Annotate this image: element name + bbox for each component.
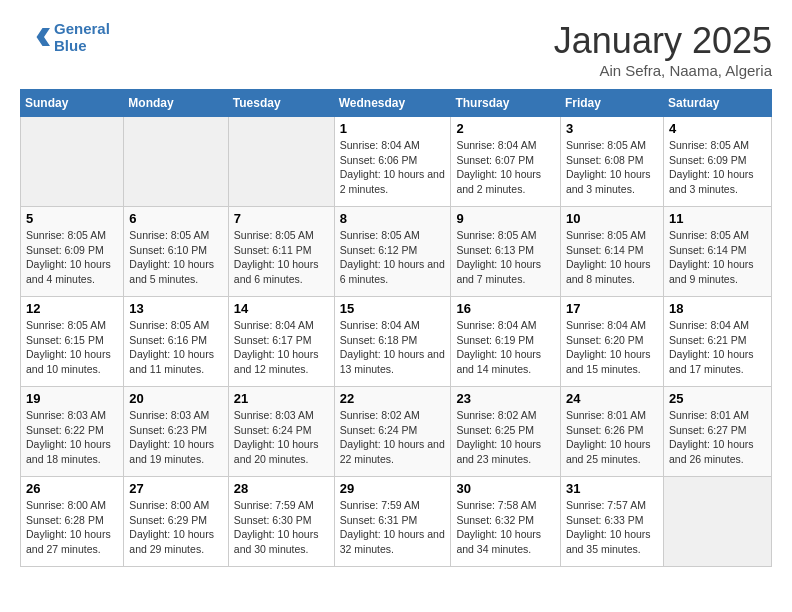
day-number: 14 — [234, 301, 329, 316]
day-number: 27 — [129, 481, 222, 496]
calendar-week-row: 19Sunrise: 8:03 AMSunset: 6:22 PMDayligh… — [21, 387, 772, 477]
calendar-week-row: 5Sunrise: 8:05 AMSunset: 6:09 PMDaylight… — [21, 207, 772, 297]
day-number: 7 — [234, 211, 329, 226]
calendar-cell: 17Sunrise: 8:04 AMSunset: 6:20 PMDayligh… — [560, 297, 663, 387]
day-number: 18 — [669, 301, 766, 316]
calendar-cell — [21, 117, 124, 207]
day-number: 28 — [234, 481, 329, 496]
day-number: 15 — [340, 301, 446, 316]
calendar-week-row: 26Sunrise: 8:00 AMSunset: 6:28 PMDayligh… — [21, 477, 772, 567]
day-info: Sunrise: 8:02 AMSunset: 6:24 PMDaylight:… — [340, 408, 446, 467]
day-number: 11 — [669, 211, 766, 226]
day-number: 8 — [340, 211, 446, 226]
day-info: Sunrise: 8:04 AMSunset: 6:20 PMDaylight:… — [566, 318, 658, 377]
day-info: Sunrise: 8:05 AMSunset: 6:14 PMDaylight:… — [566, 228, 658, 287]
day-number: 26 — [26, 481, 118, 496]
month-title: January 2025 — [554, 20, 772, 62]
day-info: Sunrise: 7:59 AMSunset: 6:31 PMDaylight:… — [340, 498, 446, 557]
calendar-week-row: 1Sunrise: 8:04 AMSunset: 6:06 PMDaylight… — [21, 117, 772, 207]
day-info: Sunrise: 8:04 AMSunset: 6:21 PMDaylight:… — [669, 318, 766, 377]
day-number: 16 — [456, 301, 555, 316]
day-info: Sunrise: 8:04 AMSunset: 6:06 PMDaylight:… — [340, 138, 446, 197]
day-number: 22 — [340, 391, 446, 406]
svg-rect-0 — [20, 22, 50, 52]
day-number: 4 — [669, 121, 766, 136]
calendar-cell: 31Sunrise: 7:57 AMSunset: 6:33 PMDayligh… — [560, 477, 663, 567]
calendar-cell: 5Sunrise: 8:05 AMSunset: 6:09 PMDaylight… — [21, 207, 124, 297]
svg-marker-1 — [37, 28, 51, 46]
weekday-header-wednesday: Wednesday — [334, 90, 451, 117]
day-number: 20 — [129, 391, 222, 406]
day-number: 12 — [26, 301, 118, 316]
day-info: Sunrise: 8:03 AMSunset: 6:24 PMDaylight:… — [234, 408, 329, 467]
logo-icon — [20, 22, 50, 52]
day-number: 23 — [456, 391, 555, 406]
day-number: 31 — [566, 481, 658, 496]
calendar-cell: 14Sunrise: 8:04 AMSunset: 6:17 PMDayligh… — [228, 297, 334, 387]
calendar-cell — [124, 117, 228, 207]
day-info: Sunrise: 8:02 AMSunset: 6:25 PMDaylight:… — [456, 408, 555, 467]
logo-text: General Blue — [54, 20, 110, 54]
day-info: Sunrise: 8:05 AMSunset: 6:08 PMDaylight:… — [566, 138, 658, 197]
calendar-cell: 21Sunrise: 8:03 AMSunset: 6:24 PMDayligh… — [228, 387, 334, 477]
calendar-cell: 2Sunrise: 8:04 AMSunset: 6:07 PMDaylight… — [451, 117, 561, 207]
calendar-cell: 28Sunrise: 7:59 AMSunset: 6:30 PMDayligh… — [228, 477, 334, 567]
day-number: 19 — [26, 391, 118, 406]
calendar-table: SundayMondayTuesdayWednesdayThursdayFrid… — [20, 89, 772, 567]
calendar-cell: 16Sunrise: 8:04 AMSunset: 6:19 PMDayligh… — [451, 297, 561, 387]
day-number: 9 — [456, 211, 555, 226]
day-info: Sunrise: 8:03 AMSunset: 6:23 PMDaylight:… — [129, 408, 222, 467]
day-info: Sunrise: 8:05 AMSunset: 6:16 PMDaylight:… — [129, 318, 222, 377]
day-number: 3 — [566, 121, 658, 136]
calendar-cell: 13Sunrise: 8:05 AMSunset: 6:16 PMDayligh… — [124, 297, 228, 387]
day-info: Sunrise: 8:05 AMSunset: 6:10 PMDaylight:… — [129, 228, 222, 287]
weekday-header-saturday: Saturday — [663, 90, 771, 117]
calendar-cell: 6Sunrise: 8:05 AMSunset: 6:10 PMDaylight… — [124, 207, 228, 297]
calendar-cell: 25Sunrise: 8:01 AMSunset: 6:27 PMDayligh… — [663, 387, 771, 477]
weekday-header-tuesday: Tuesday — [228, 90, 334, 117]
day-number: 25 — [669, 391, 766, 406]
day-info: Sunrise: 8:04 AMSunset: 6:17 PMDaylight:… — [234, 318, 329, 377]
day-number: 6 — [129, 211, 222, 226]
day-info: Sunrise: 7:57 AMSunset: 6:33 PMDaylight:… — [566, 498, 658, 557]
calendar-cell: 24Sunrise: 8:01 AMSunset: 6:26 PMDayligh… — [560, 387, 663, 477]
day-info: Sunrise: 8:01 AMSunset: 6:26 PMDaylight:… — [566, 408, 658, 467]
day-info: Sunrise: 8:04 AMSunset: 6:07 PMDaylight:… — [456, 138, 555, 197]
weekday-header-sunday: Sunday — [21, 90, 124, 117]
logo: General Blue — [20, 20, 110, 54]
day-number: 10 — [566, 211, 658, 226]
calendar-cell: 30Sunrise: 7:58 AMSunset: 6:32 PMDayligh… — [451, 477, 561, 567]
calendar-cell: 27Sunrise: 8:00 AMSunset: 6:29 PMDayligh… — [124, 477, 228, 567]
calendar-cell: 1Sunrise: 8:04 AMSunset: 6:06 PMDaylight… — [334, 117, 451, 207]
calendar-cell — [663, 477, 771, 567]
day-info: Sunrise: 8:05 AMSunset: 6:14 PMDaylight:… — [669, 228, 766, 287]
day-info: Sunrise: 8:03 AMSunset: 6:22 PMDaylight:… — [26, 408, 118, 467]
calendar-cell: 3Sunrise: 8:05 AMSunset: 6:08 PMDaylight… — [560, 117, 663, 207]
calendar-cell: 9Sunrise: 8:05 AMSunset: 6:13 PMDaylight… — [451, 207, 561, 297]
day-number: 1 — [340, 121, 446, 136]
weekday-header-thursday: Thursday — [451, 90, 561, 117]
page-header: General Blue January 2025 Ain Sefra, Naa… — [20, 20, 772, 79]
day-info: Sunrise: 8:04 AMSunset: 6:19 PMDaylight:… — [456, 318, 555, 377]
day-number: 2 — [456, 121, 555, 136]
day-number: 24 — [566, 391, 658, 406]
day-info: Sunrise: 8:05 AMSunset: 6:12 PMDaylight:… — [340, 228, 446, 287]
weekday-header-friday: Friday — [560, 90, 663, 117]
day-info: Sunrise: 8:05 AMSunset: 6:13 PMDaylight:… — [456, 228, 555, 287]
calendar-header-row: SundayMondayTuesdayWednesdayThursdayFrid… — [21, 90, 772, 117]
day-info: Sunrise: 8:00 AMSunset: 6:29 PMDaylight:… — [129, 498, 222, 557]
day-info: Sunrise: 7:59 AMSunset: 6:30 PMDaylight:… — [234, 498, 329, 557]
day-info: Sunrise: 8:05 AMSunset: 6:15 PMDaylight:… — [26, 318, 118, 377]
day-info: Sunrise: 7:58 AMSunset: 6:32 PMDaylight:… — [456, 498, 555, 557]
calendar-cell: 12Sunrise: 8:05 AMSunset: 6:15 PMDayligh… — [21, 297, 124, 387]
calendar-cell: 23Sunrise: 8:02 AMSunset: 6:25 PMDayligh… — [451, 387, 561, 477]
calendar-cell: 4Sunrise: 8:05 AMSunset: 6:09 PMDaylight… — [663, 117, 771, 207]
calendar-cell: 20Sunrise: 8:03 AMSunset: 6:23 PMDayligh… — [124, 387, 228, 477]
calendar-cell: 7Sunrise: 8:05 AMSunset: 6:11 PMDaylight… — [228, 207, 334, 297]
calendar-cell: 18Sunrise: 8:04 AMSunset: 6:21 PMDayligh… — [663, 297, 771, 387]
calendar-cell: 26Sunrise: 8:00 AMSunset: 6:28 PMDayligh… — [21, 477, 124, 567]
day-info: Sunrise: 8:01 AMSunset: 6:27 PMDaylight:… — [669, 408, 766, 467]
day-info: Sunrise: 8:05 AMSunset: 6:11 PMDaylight:… — [234, 228, 329, 287]
calendar-cell: 11Sunrise: 8:05 AMSunset: 6:14 PMDayligh… — [663, 207, 771, 297]
day-info: Sunrise: 8:05 AMSunset: 6:09 PMDaylight:… — [26, 228, 118, 287]
